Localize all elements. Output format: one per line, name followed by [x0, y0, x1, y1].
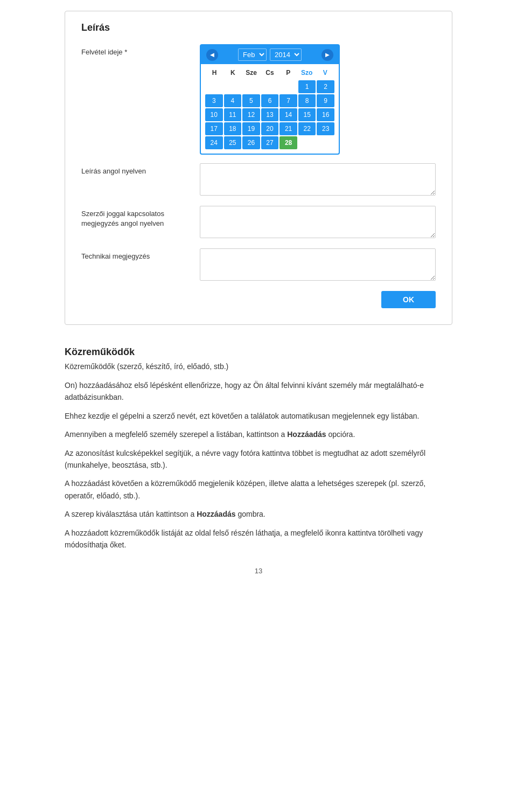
cal-day-14[interactable]: 14	[280, 108, 297, 121]
leiras-textarea[interactable]	[200, 163, 436, 196]
cal-day-13[interactable]: 13	[261, 108, 279, 121]
szerzoi-row: Szerzői joggal kapcsolatos megjegyzés an…	[81, 206, 436, 240]
para3b-text: opcióra.	[328, 430, 355, 439]
day-header-k: K	[223, 67, 242, 78]
calendar-header: ◄ Feb 2014 ►	[201, 45, 339, 64]
contributors-section: Közreműködők Közreműködők (szerző, készí…	[65, 346, 452, 551]
szerzoi-field	[200, 206, 436, 240]
felvetel-row: Felvétel ideje * ◄ Feb 2014 ►	[81, 44, 436, 155]
para4: Az azonosítást kulcsképekkel segítjük, a…	[65, 447, 452, 471]
cal-day-7[interactable]: 7	[280, 94, 297, 107]
para6: A szerep kiválasztása után kattintson a …	[65, 508, 452, 520]
para6-text: A szerep kiválasztása után kattintson a	[65, 510, 194, 518]
technikai-textarea[interactable]	[200, 248, 436, 281]
cal-day-3[interactable]: 3	[205, 94, 223, 107]
cal-day-12[interactable]: 12	[242, 108, 260, 121]
calendar-year-select[interactable]: 2014	[270, 48, 302, 61]
cal-day-empty	[280, 80, 297, 93]
cal-day-4[interactable]: 4	[224, 94, 242, 107]
cal-day-10[interactable]: 10	[205, 108, 223, 121]
section-subheading-kozremukodok: Közreműködők (szerző, készítő, író, előa…	[65, 362, 452, 371]
para3: Amennyiben a megfelelő személy szerepel …	[65, 428, 452, 440]
cal-day-1[interactable]: 1	[298, 80, 316, 93]
szerzoi-textarea[interactable]	[200, 206, 436, 238]
cal-day-21[interactable]: 21	[280, 122, 297, 135]
day-header-cs: Cs	[261, 67, 279, 78]
para2: Ehhez kezdje el gépelni a szerző nevét, …	[65, 410, 452, 422]
szerzoi-label: Szerzői joggal kapcsolatos megjegyzés an…	[81, 206, 200, 228]
cal-day-16[interactable]: 16	[317, 108, 334, 121]
cal-day-23[interactable]: 23	[317, 122, 334, 135]
cal-day-27[interactable]: 27	[261, 136, 279, 149]
felvetel-label: Felvétel ideje *	[81, 44, 200, 57]
leiras-row: Leírás angol nyelven	[81, 163, 436, 197]
cal-day-26[interactable]: 26	[242, 136, 260, 149]
technikai-label: Technikai megjegyzés	[81, 248, 200, 261]
cal-day-empty	[224, 80, 242, 93]
leiras-label: Leírás angol nyelven	[81, 163, 200, 176]
ok-btn-row: OK	[81, 291, 436, 308]
calendar-days: 1 2 3 4 5 6 7 8 9 10 11	[205, 80, 334, 149]
hozzaadas-bold-2: Hozzáadás	[197, 510, 235, 518]
day-header-sze: Sze	[242, 67, 261, 78]
cal-day-empty	[298, 136, 316, 149]
para6b-text: gombra.	[237, 510, 265, 518]
para3-text: Amennyiben a megfelelő személy szerepel …	[65, 430, 285, 439]
cal-day-9[interactable]: 9	[317, 94, 334, 107]
para5: A hozzáadást követően a közreműködő megj…	[65, 477, 452, 502]
para7: A hozzáadott közreműködők listáját az ol…	[65, 527, 452, 551]
cal-day-6[interactable]: 6	[261, 94, 279, 107]
cal-day-5[interactable]: 5	[242, 94, 260, 107]
day-header-h: H	[205, 67, 223, 78]
day-header-szo: Szo	[297, 67, 316, 78]
cal-day-empty	[317, 136, 334, 149]
cal-day-empty	[242, 80, 260, 93]
card-title: Leírás	[81, 22, 436, 33]
day-header-v: V	[316, 67, 334, 78]
calendar-field: ◄ Feb 2014 ► H	[200, 44, 436, 155]
cal-day-24[interactable]: 24	[205, 136, 223, 149]
ok-button[interactable]: OK	[381, 291, 436, 308]
calendar-next-button[interactable]: ►	[322, 49, 333, 61]
day-header-p: P	[279, 67, 297, 78]
calendar-prev-button[interactable]: ◄	[206, 49, 218, 61]
calendar-month-select[interactable]: Feb	[238, 48, 267, 61]
leiras-field	[200, 163, 436, 197]
calendar-grid: H K Sze Cs P Szo V	[201, 64, 339, 154]
cal-day-18[interactable]: 18	[224, 122, 242, 135]
cal-day-25[interactable]: 25	[224, 136, 242, 149]
calendar-day-headers: H K Sze Cs P Szo V	[205, 67, 334, 78]
technikai-row: Technikai megjegyzés	[81, 248, 436, 282]
page-number: 13	[65, 567, 452, 575]
cal-day-19[interactable]: 19	[242, 122, 260, 135]
cal-day-empty	[205, 80, 223, 93]
cal-day-empty	[261, 80, 279, 93]
cal-day-8[interactable]: 8	[298, 94, 316, 107]
cal-day-28[interactable]: 28	[280, 136, 297, 149]
cal-day-2[interactable]: 2	[317, 80, 334, 93]
cal-day-17[interactable]: 17	[205, 122, 223, 135]
cal-day-11[interactable]: 11	[224, 108, 242, 121]
cal-day-22[interactable]: 22	[298, 122, 316, 135]
technikai-field	[200, 248, 436, 282]
calendar: ◄ Feb 2014 ► H	[200, 44, 340, 155]
leiras-card: Leírás Felvétel ideje * ◄ Feb 2014	[65, 11, 452, 325]
cal-day-15[interactable]: 15	[298, 108, 316, 121]
hozzaadas-bold-1: Hozzáadás	[287, 430, 326, 439]
para1: On) hozzáadásához első lépésként ellenőr…	[65, 379, 452, 404]
cal-day-20[interactable]: 20	[261, 122, 279, 135]
on-text: On	[65, 381, 75, 390]
para1-text: ) hozzáadásához első lépésként ellenőriz…	[65, 381, 424, 401]
section-heading-kozremukodok: Közreműködők	[65, 346, 452, 358]
